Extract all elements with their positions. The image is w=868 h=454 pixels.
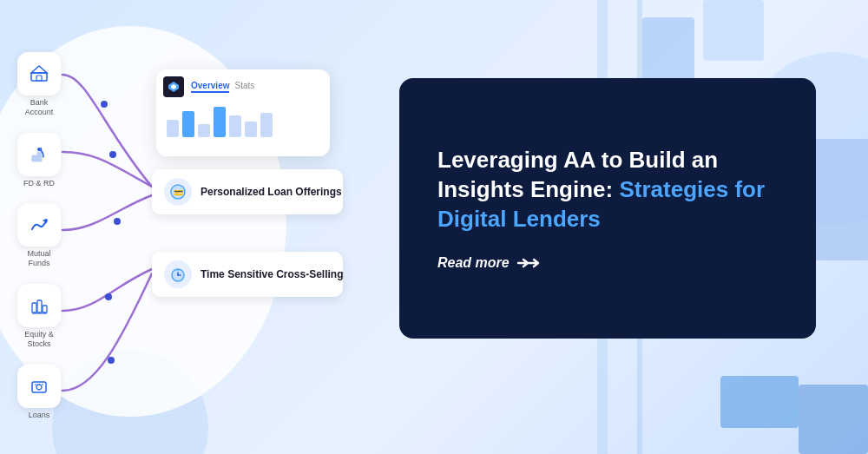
- app-tabs: Overview Stats: [191, 81, 254, 93]
- diagram-panel: Overview Stats 💳 Personalized Loan Offer…: [0, 0, 391, 454]
- timer-icon: [164, 260, 192, 288]
- equity-stocks-box: [17, 284, 61, 327]
- article-title-highlight: Strategies forDigital Lenders: [437, 176, 765, 232]
- article-card: Leveraging AA to Build an Insights Engin…: [399, 78, 816, 339]
- bg-shape-5: [799, 385, 868, 454]
- side-icon-bank-account: BankAccount: [17, 52, 61, 117]
- loan-icon: 💳: [164, 178, 192, 206]
- app-logo: [163, 76, 184, 97]
- read-more-button[interactable]: Read more: [437, 255, 778, 271]
- svg-rect-15: [31, 73, 47, 81]
- svg-marker-16: [31, 66, 47, 73]
- svg-rect-27: [32, 382, 46, 392]
- bank-account-box: [17, 52, 61, 95]
- side-icon-loans: Loans: [17, 365, 61, 420]
- svg-rect-25: [43, 306, 47, 313]
- bg-shape-4: [720, 376, 799, 428]
- tab-overview[interactable]: Overview: [191, 81, 229, 93]
- timer-label: Time Sensitive Cross-Selling: [201, 268, 344, 280]
- article-title: Leveraging AA to Build an Insights Engin…: [437, 146, 778, 234]
- svg-rect-17: [36, 76, 42, 81]
- app-screenshot: Overview Stats: [156, 69, 330, 156]
- loans-box: [17, 365, 61, 408]
- side-icon-equity-stocks: Equity &Stocks: [17, 284, 61, 349]
- mutual-funds-box: [17, 203, 61, 247]
- mutual-funds-label: MutualFunds: [27, 249, 50, 268]
- svg-text:💳: 💳: [174, 188, 184, 198]
- svg-rect-18: [32, 155, 36, 161]
- svg-rect-19: [37, 152, 42, 161]
- read-more-text: Read more: [437, 255, 510, 271]
- read-more-arrows: [516, 256, 541, 270]
- svg-rect-24: [37, 300, 42, 313]
- bank-account-label: BankAccount: [25, 98, 54, 117]
- tab-stats[interactable]: Stats: [234, 81, 254, 93]
- loan-label: Personalized Loan Offerings: [201, 186, 342, 198]
- svg-point-28: [36, 385, 42, 390]
- fd-rd-label: FD & RD: [23, 179, 55, 188]
- loans-label: Loans: [29, 411, 50, 420]
- svg-rect-23: [32, 303, 36, 313]
- side-icon-fd-rd: FD & RD: [17, 133, 61, 188]
- app-header: Overview Stats: [163, 76, 323, 97]
- feature-card-timer: Time Sensitive Cross-Selling: [152, 252, 343, 297]
- side-icon-mutual-funds: MutualFunds: [17, 203, 61, 268]
- svg-point-20: [37, 148, 41, 151]
- feature-card-loan: 💳 Personalized Loan Offerings: [152, 169, 343, 214]
- side-icons: BankAccount FD & RD: [17, 52, 61, 419]
- fd-rd-box: [17, 133, 61, 176]
- equity-stocks-label: Equity &Stocks: [24, 330, 54, 349]
- bg-shape-2: [703, 0, 764, 61]
